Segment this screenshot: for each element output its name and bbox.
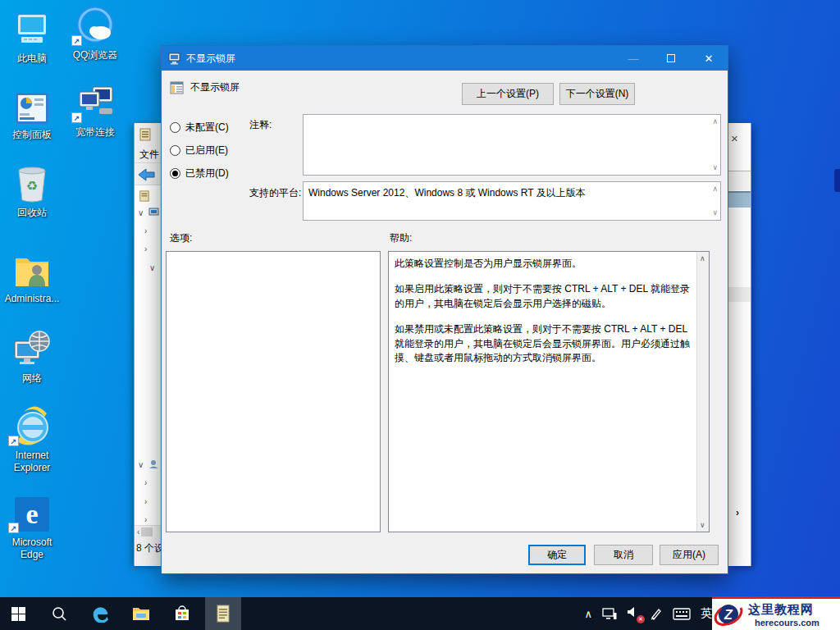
- desktop-icon-label: 宽带连接: [65, 126, 126, 139]
- scrollbar-thumb[interactable]: [141, 527, 153, 536]
- keyboard-icon[interactable]: [673, 608, 691, 620]
- scroll-up-icon[interactable]: ∧: [700, 254, 705, 262]
- desktop-icon-internet-explorer[interactable]: ↗ Internet Explorer: [2, 405, 62, 474]
- comment-textarea[interactable]: ∧ ∨: [303, 114, 721, 176]
- desktop-icon-label: 此电脑: [2, 52, 62, 65]
- tree-root-icon: [139, 190, 150, 202]
- svg-text:♻: ♻: [26, 179, 38, 193]
- tree-computer-icon: [148, 208, 159, 217]
- radio-circle-icon: [170, 145, 180, 156]
- minimize-button[interactable]: —: [614, 46, 652, 71]
- pen-input-icon[interactable]: [650, 607, 663, 620]
- scroll-up-icon[interactable]: ∧: [712, 118, 718, 126]
- watermark-site-name: 这里教程网: [748, 602, 819, 618]
- desktop-icon-qq-browser[interactable]: ↗ QQ浏览器: [65, 5, 126, 62]
- help-paragraph: 此策略设置控制是否为用户显示锁屏界面。: [395, 257, 692, 271]
- tree-collapsed-icon[interactable]: ›: [144, 515, 147, 524]
- watermark-logo-icon: Z: [712, 599, 745, 630]
- taskbar-store-button[interactable]: [164, 597, 200, 630]
- status-bar-text: 8 个设: [136, 541, 162, 555]
- radio-not-configured[interactable]: 未配置(C): [170, 121, 229, 135]
- scroll-up-icon[interactable]: ∧: [712, 185, 718, 193]
- close-button[interactable]: ✕: [690, 46, 728, 71]
- desktop-icon-control-panel[interactable]: 控制面板: [2, 84, 62, 141]
- volume-muted-icon[interactable]: ✕: [627, 606, 640, 621]
- windows-logo-icon: [11, 607, 25, 621]
- desktop-icon-microsoft-edge[interactable]: e ↗ Microsoft Edge: [2, 492, 62, 561]
- dialog-titlebar-icon: [168, 52, 181, 65]
- policy-tree-panel[interactable]: ∨ › › ∨ ∨ › › ›: [135, 185, 161, 525]
- desktop-icon-network[interactable]: 网络: [2, 328, 62, 385]
- cancel-button[interactable]: 取消: [594, 545, 653, 565]
- radio-label: 未配置(C): [185, 121, 229, 135]
- help-panel[interactable]: 此策略设置控制是否为用户显示锁屏界面。 如果启用此策略设置，则对于不需要按 CT…: [388, 251, 710, 532]
- scroll-down-icon[interactable]: ∨: [712, 164, 718, 171]
- horizontal-scrollbar[interactable]: ‹: [135, 525, 162, 537]
- recycle-bin-icon: ♻: [2, 162, 62, 203]
- store-icon: [174, 605, 190, 622]
- taskbar-edge-button[interactable]: [82, 597, 118, 630]
- ie-icon: ↗: [2, 405, 62, 446]
- scroll-down-icon[interactable]: ∨: [700, 521, 705, 529]
- help-paragraph: 如果禁用或未配置此策略设置，则对于不需要按 CTRL + ALT + DEL 就…: [395, 322, 692, 365]
- screen-edge-notch: [834, 169, 840, 192]
- svg-text:Z: Z: [724, 608, 733, 622]
- maximize-button[interactable]: [652, 46, 690, 71]
- policy-editor-window-right-edge: × ›: [728, 123, 751, 566]
- ok-button[interactable]: 确定: [528, 545, 586, 565]
- mute-badge-icon: ✕: [637, 615, 645, 623]
- shortcut-arrow-icon: ↗: [71, 112, 82, 123]
- gpedit-scroll-icon: [215, 605, 231, 623]
- radio-circle-icon: [170, 122, 180, 133]
- help-paragraph: 如果启用此策略设置，则对于不需要按 CTRL + ALT + DEL 就能登录的…: [395, 282, 692, 311]
- back-arrow-icon[interactable]: [138, 167, 156, 182]
- radio-enabled[interactable]: 已启用(E): [170, 144, 228, 158]
- desktop-icon-label: 网络: [2, 372, 62, 385]
- platform-textarea[interactable]: Windows Server 2012、Windows 8 或 Windows …: [303, 181, 721, 221]
- desktop-icon-broadband[interactable]: ↗ 宽带连接: [65, 82, 126, 139]
- tree-collapsed-icon[interactable]: ›: [144, 478, 147, 487]
- help-scrollbar[interactable]: ∧ ∨: [696, 252, 709, 532]
- comment-label: 注释:: [249, 118, 272, 132]
- tree-collapsed-icon[interactable]: ›: [144, 497, 147, 506]
- shortcut-arrow-icon: ↗: [71, 35, 82, 46]
- search-icon: [52, 606, 66, 621]
- edge-icon: [91, 605, 109, 623]
- tree-collapsed-icon[interactable]: ›: [144, 226, 147, 235]
- tree-expand-icon[interactable]: ∨: [138, 208, 144, 217]
- language-indicator[interactable]: 英: [701, 606, 712, 621]
- taskbar-gpedit-button[interactable]: [205, 597, 241, 630]
- policy-name: 不显示锁屏: [190, 80, 240, 94]
- network-tray-icon[interactable]: [602, 608, 617, 620]
- radio-circle-icon: [170, 168, 180, 179]
- watermark-banner: Z 这里教程网 herecours.com: [712, 596, 840, 630]
- broadband-icon: ↗: [65, 82, 126, 123]
- desktop-icon-recycle-bin[interactable]: ♻ 回收站: [2, 162, 62, 219]
- radio-label: 已启用(E): [185, 144, 228, 158]
- desktop-icon-this-pc[interactable]: 此电脑: [2, 8, 62, 65]
- desktop-icon-label: Administra...: [2, 293, 62, 305]
- dialog-titlebar[interactable]: 不显示锁屏 — ✕: [162, 46, 728, 71]
- options-label: 选项:: [170, 231, 192, 245]
- options-panel[interactable]: [166, 251, 381, 532]
- search-button[interactable]: [41, 597, 77, 630]
- taskbar-explorer-button[interactable]: [123, 597, 159, 630]
- menu-file[interactable]: 文件: [139, 148, 159, 162]
- desktop-icon-admin-folder[interactable]: Administra...: [2, 249, 62, 305]
- scroll-down-icon[interactable]: ∨: [712, 209, 718, 217]
- previous-setting-button[interactable]: 上一个设置(P): [462, 83, 554, 105]
- tree-expand-icon[interactable]: ∨: [149, 263, 155, 272]
- dialog-title: 不显示锁屏: [186, 52, 235, 66]
- tray-chevron-up-icon[interactable]: ∧: [584, 608, 592, 620]
- scroll-left-icon[interactable]: ‹: [137, 527, 139, 536]
- close-icon[interactable]: ×: [731, 131, 738, 145]
- apply-button[interactable]: 应用(A): [660, 545, 719, 565]
- start-button[interactable]: [0, 597, 36, 630]
- tree-collapsed-icon[interactable]: ›: [144, 244, 147, 253]
- selected-row-highlight: [728, 191, 751, 208]
- radio-disabled[interactable]: 已禁用(D): [170, 167, 229, 180]
- tree-expand-icon[interactable]: ∨: [138, 460, 144, 469]
- scroll-right-icon[interactable]: ›: [736, 507, 739, 518]
- desktop-icon-label: QQ浏览器: [65, 49, 126, 62]
- next-setting-button[interactable]: 下一个设置(N): [559, 83, 635, 105]
